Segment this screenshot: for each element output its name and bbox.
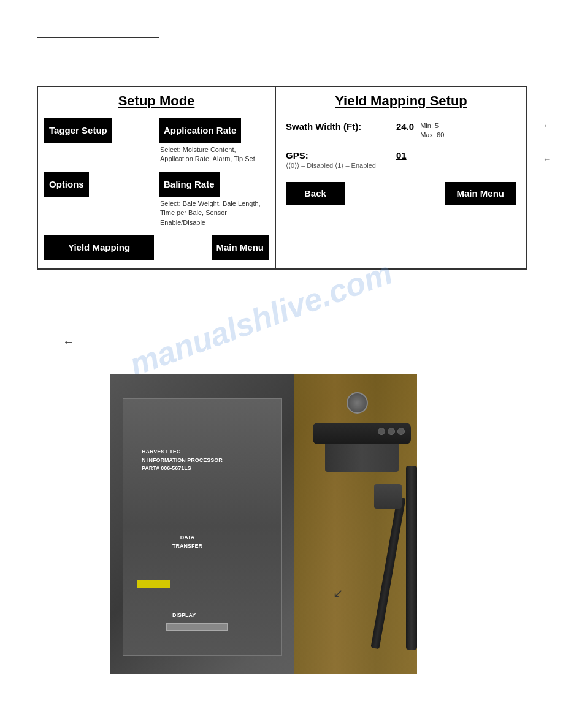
cable-dot-3	[397, 428, 405, 435]
yellow-strip	[137, 580, 170, 588]
device-box: HARVEST TEC N INFORMATION PROCESSOR PART…	[123, 398, 282, 656]
swath-width-value: 24.0	[396, 121, 414, 132]
tagger-setup-button[interactable]: Tagger Setup	[44, 118, 112, 143]
gps-value: 01	[396, 150, 407, 161]
cable-dot-2	[388, 428, 395, 435]
data-transfer-label: DATA TRANSFER	[172, 534, 202, 550]
gps-label-row: GPS: 01	[286, 150, 516, 161]
options-button[interactable]: Options	[44, 172, 89, 197]
display-bar	[166, 623, 228, 631]
application-rate-cell: Application Rate Select: Moisture Conten…	[159, 118, 269, 167]
application-rate-desc: Select: Moisture Content, Application Ra…	[159, 143, 269, 167]
gps-label: GPS:	[286, 150, 396, 161]
tagger-setup-cell: Tagger Setup	[44, 118, 154, 167]
screw-fastener	[347, 392, 368, 414]
watermark: manualshlive.com	[124, 254, 397, 384]
left-main-menu-button[interactable]: Main Menu	[212, 235, 269, 260]
left-arrow-annotation: ←	[63, 335, 75, 349]
cable-dot-1	[378, 428, 385, 435]
hardware-photo: HARVEST TEC N INFORMATION PROCESSOR PART…	[110, 374, 417, 674]
application-rate-button[interactable]: Application Rate	[159, 118, 241, 143]
swath-max: Max: 60	[420, 131, 444, 140]
setup-buttons-grid: Tagger Setup Application Rate Select: Mo…	[44, 118, 269, 262]
back-button[interactable]: Back	[286, 182, 345, 205]
right-arrow-top: ←	[543, 121, 551, 130]
right-main-menu-button[interactable]: Main Menu	[445, 182, 517, 205]
swath-width-label: Swath Width (Ft):	[286, 121, 396, 132]
yield-bottom-buttons: Back Main Menu	[286, 182, 516, 205]
baling-rate-button[interactable]: Baling Rate	[159, 172, 220, 197]
left-main-menu-cell: Main Menu	[159, 235, 269, 262]
harvest-tec-label: HARVEST TEC N INFORMATION PROCESSOR PART…	[142, 448, 223, 473]
yield-mapping-panel: Yield Mapping Setup Swath Width (Ft): 24…	[276, 86, 527, 270]
baling-rate-cell: Baling Rate Select: Bale Weight, Bale Le…	[159, 172, 269, 230]
options-cell: Options	[44, 172, 154, 230]
top-divider-line	[37, 37, 159, 38]
panels-container: ← Setup Mode Tagger Setup Application Ra…	[37, 86, 527, 270]
cable-dots	[378, 428, 405, 435]
yield-mapping-title: Yield Mapping Setup	[286, 93, 516, 109]
swath-width-minmax: Min: 5 Max: 60	[420, 121, 444, 140]
swath-min: Min: 5	[420, 121, 444, 131]
yield-mapping-button[interactable]: Yield Mapping	[44, 235, 154, 260]
cable-thick-1	[406, 466, 417, 650]
setup-mode-title: Setup Mode	[44, 93, 269, 109]
photo-inner: HARVEST TEC N INFORMATION PROCESSOR PART…	[110, 374, 417, 674]
baling-rate-desc: Select: Bale Weight, Bale Length, Time p…	[159, 197, 269, 230]
round-connector	[374, 484, 402, 509]
swath-width-row: Swath Width (Ft): 24.0 Min: 5 Max: 60	[286, 121, 516, 140]
gps-hint: ⟨⟨0⟩⟩ – Disabled ⟨1⟩ – Enabled	[286, 162, 516, 170]
setup-mode-panel: Setup Mode Tagger Setup Application Rate…	[37, 86, 276, 270]
yield-mapping-cell: Yield Mapping	[44, 235, 154, 262]
photo-arrow-annotation: ↙	[333, 586, 343, 601]
gps-section: GPS: 01 ⟨⟨0⟩⟩ – Disabled ⟨1⟩ – Enabled	[286, 150, 516, 170]
right-arrow-bottom: ←	[543, 154, 551, 164]
display-label: DISPLAY	[172, 612, 196, 618]
